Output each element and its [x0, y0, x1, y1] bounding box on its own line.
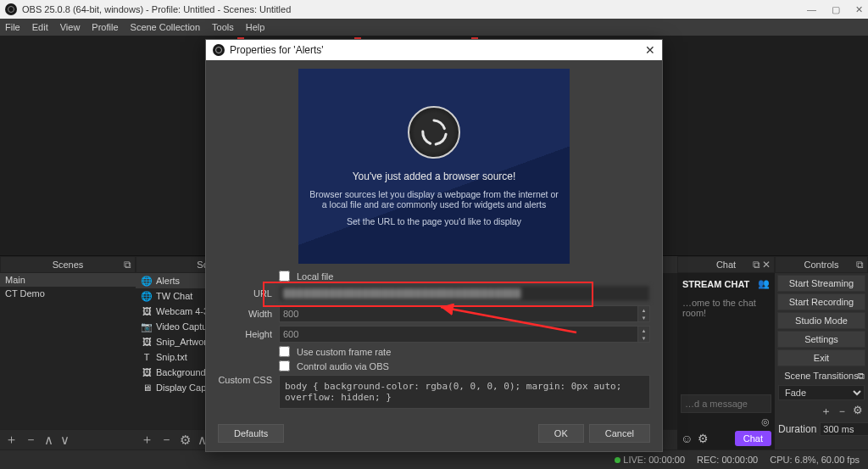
app-icon	[5, 3, 17, 15]
close-icon[interactable]: ✕	[855, 4, 863, 15]
chat-panel: Chat ⧉✕ STREAM CHAT 👥 …ome to the chat r…	[677, 256, 775, 449]
local-file-label: Local file	[297, 271, 333, 282]
menu-tools[interactable]: Tools	[212, 22, 234, 32]
live-time: LIVE: 00:00:00	[623, 455, 685, 465]
controls-panel: Controls ⧉ Start Streaming Start Recordi…	[775, 256, 868, 449]
badge-icon[interactable]: ◎	[761, 416, 770, 427]
annotation-arrow-icon	[432, 304, 585, 338]
live-indicator-icon	[615, 457, 620, 463]
preview-heading: You've just added a browser source!	[353, 170, 516, 182]
spin-up-icon[interactable]: ▲	[638, 327, 649, 334]
properties-dialog: Properties for 'Alerts' ✕ You've just ad…	[205, 39, 663, 452]
remove-icon[interactable]: －	[160, 432, 173, 448]
height-label: Height	[218, 329, 272, 339]
close-icon[interactable]: ✕	[645, 43, 655, 57]
local-file-checkbox[interactable]	[279, 271, 290, 282]
globe-icon: 🌐	[141, 275, 153, 287]
duration-input[interactable]	[820, 422, 868, 436]
remove-icon[interactable]: －	[25, 432, 37, 448]
menu-edit[interactable]: Edit	[32, 22, 48, 32]
spin-down-icon[interactable]: ▼	[638, 334, 649, 342]
control-audio-checkbox[interactable]	[279, 360, 290, 371]
chat-input[interactable]	[681, 394, 771, 413]
scenes-footer: ＋ － ∧ ∨	[0, 429, 136, 449]
custom-fps-checkbox[interactable]	[279, 346, 290, 357]
popout-icon[interactable]: ⧉	[124, 259, 131, 271]
menubar: File Edit View Profile Scene Collection …	[0, 19, 868, 36]
cancel-button[interactable]: Cancel	[589, 424, 650, 443]
menu-file[interactable]: File	[5, 22, 20, 32]
studio-mode-button[interactable]: Studio Mode	[777, 312, 865, 329]
controls-header: Controls ⧉	[775, 256, 868, 273]
spin-up-icon[interactable]: ▲	[638, 306, 649, 314]
transition-select[interactable]: Fade	[778, 385, 865, 400]
menu-scene-collection[interactable]: Scene Collection	[131, 22, 201, 32]
gear-icon[interactable]: ⚙	[180, 433, 191, 448]
menu-help[interactable]: Help	[246, 22, 265, 32]
spin-down-icon[interactable]: ▼	[638, 314, 649, 321]
transitions-header: Scene Transitions ⧉	[775, 368, 868, 383]
duration-label: Duration	[778, 423, 816, 435]
svg-line-0	[441, 307, 576, 332]
maximize-icon[interactable]: ▢	[832, 4, 840, 15]
remove-icon[interactable]: －	[837, 404, 848, 419]
stream-chat-label: STREAM CHAT	[682, 279, 749, 289]
statusbar: LIVE: 00:00:00 REC: 00:00:00 CPU: 6.8%, …	[0, 449, 868, 469]
move-down-icon[interactable]: ∨	[60, 433, 70, 448]
browser-source-preview: You've just added a browser source! Brow…	[298, 69, 570, 264]
preview-hint: Set the URL to the page you'd like to di…	[347, 216, 521, 226]
titlebar: OBS 25.0.8 (64-bit, windows) - Profile: …	[0, 0, 868, 19]
add-icon[interactable]: ＋	[821, 404, 832, 419]
globe-icon: 🌐	[141, 290, 153, 302]
popout-icon[interactable]: ⧉	[753, 259, 760, 271]
start-streaming-button[interactable]: Start Streaming	[777, 275, 865, 292]
text-icon: T	[141, 351, 153, 363]
control-audio-label: Control audio via OBS	[297, 361, 389, 371]
custom-css-label: Custom CSS	[218, 375, 272, 385]
dialog-titlebar[interactable]: Properties for 'Alerts' ✕	[206, 40, 662, 60]
controls-title: Controls	[804, 260, 839, 270]
popout-icon[interactable]: ⧉	[858, 371, 865, 382]
gear-icon[interactable]: ⚙	[698, 432, 709, 445]
url-label: URL	[218, 288, 272, 299]
dialog-title: Properties for 'Alerts'	[230, 44, 324, 56]
scenes-header: Scenes ⧉	[0, 256, 136, 273]
obs-icon	[213, 44, 225, 56]
url-input[interactable]	[279, 285, 650, 302]
emote-icon[interactable]: ☺	[681, 432, 693, 445]
gear-icon[interactable]: ⚙	[853, 404, 863, 419]
menu-view[interactable]: View	[60, 22, 81, 32]
transitions-title: Scene Transitions	[784, 371, 858, 381]
image-icon: 🖼	[141, 305, 153, 317]
add-icon[interactable]: ＋	[141, 432, 153, 448]
preview-desc: Browser sources let you display a webpag…	[307, 189, 561, 209]
users-icon[interactable]: 👥	[758, 278, 770, 289]
cpu-stat: CPU: 6.8%, 60.00 fps	[770, 455, 860, 465]
menu-profile[interactable]: Profile	[92, 22, 118, 32]
image-icon: 🖼	[141, 336, 153, 348]
scene-item[interactable]: Main	[0, 273, 136, 287]
chat-header: Chat ⧉✕	[677, 256, 775, 273]
scenes-list: Main CT Demo	[0, 273, 136, 429]
ok-button[interactable]: OK	[538, 424, 584, 443]
minimize-icon[interactable]: —	[807, 4, 816, 15]
scenes-panel: Scenes ⧉ Main CT Demo ＋ － ∧ ∨	[0, 256, 136, 449]
add-icon[interactable]: ＋	[5, 432, 18, 448]
start-recording-button[interactable]: Start Recording	[777, 293, 865, 310]
rec-time: REC: 00:00:00	[697, 455, 758, 465]
settings-button[interactable]: Settings	[777, 331, 865, 348]
chat-title: Chat	[716, 260, 736, 270]
scenes-title: Scenes	[53, 260, 84, 270]
image-icon: 🖼	[141, 366, 153, 378]
defaults-button[interactable]: Defaults	[218, 424, 284, 443]
chat-send-button[interactable]: Chat	[735, 431, 771, 446]
popout-icon[interactable]: ⧉	[856, 259, 864, 271]
move-up-icon[interactable]: ∧	[44, 433, 53, 448]
exit-button[interactable]: Exit	[777, 349, 865, 366]
chat-welcome-text: …ome to the chat room!	[677, 294, 775, 321]
custom-css-input[interactable]: body { background-color: rgba(0, 0, 0, 0…	[279, 375, 650, 409]
obs-logo-icon	[408, 106, 460, 159]
scene-item[interactable]: CT Demo	[0, 287, 136, 300]
window-title: OBS 25.0.8 (64-bit, windows) - Profile: …	[22, 4, 291, 14]
close-icon[interactable]: ✕	[762, 259, 771, 271]
